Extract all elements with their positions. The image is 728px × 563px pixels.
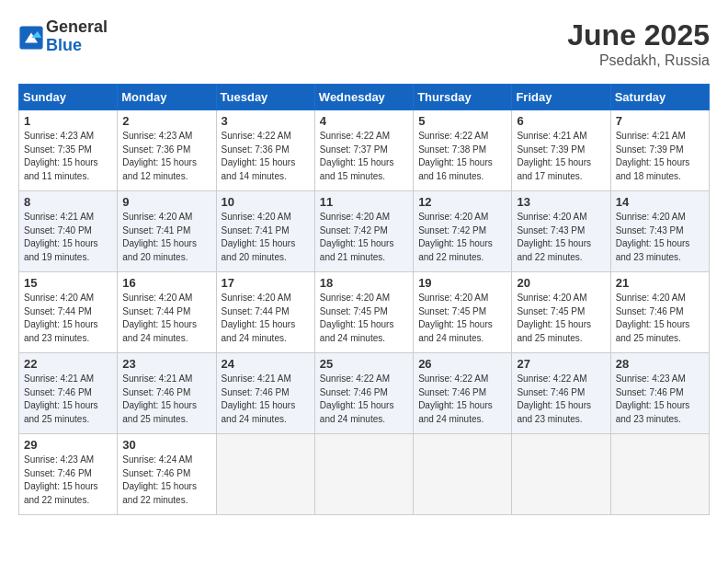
day-number: 8: [24, 195, 112, 209]
day-info: Sunrise: 4:20 AMSunset: 7:45 PMDaylight:…: [418, 292, 506, 345]
day-info: Sunrise: 4:20 AMSunset: 7:43 PMDaylight:…: [616, 211, 704, 264]
day-number: 7: [616, 114, 704, 128]
day-number: 20: [517, 276, 605, 290]
day-number: 22: [24, 357, 112, 371]
calendar-day-cell: 2 Sunrise: 4:23 AMSunset: 7:36 PMDayligh…: [118, 110, 216, 191]
day-number: 10: [222, 195, 310, 209]
day-number: 1: [24, 114, 112, 128]
weekday-header-tuesday: Tuesday: [216, 85, 314, 110]
day-info: Sunrise: 4:20 AMSunset: 7:45 PMDaylight:…: [320, 292, 408, 345]
day-number: 3: [222, 114, 310, 128]
calendar-day-cell: [512, 434, 610, 515]
calendar-table: SundayMondayTuesdayWednesdayThursdayFrid…: [18, 84, 710, 515]
calendar-day-cell: 24 Sunrise: 4:21 AMSunset: 7:46 PMDaylig…: [216, 353, 314, 434]
day-info: Sunrise: 4:21 AMSunset: 7:46 PMDaylight:…: [122, 373, 210, 426]
location-subtitle: Psedakh, Russia: [567, 52, 710, 69]
day-info: Sunrise: 4:20 AMSunset: 7:45 PMDaylight:…: [517, 292, 605, 345]
weekday-header-sunday: Sunday: [19, 85, 118, 110]
day-info: Sunrise: 4:23 AMSunset: 7:46 PMDaylight:…: [616, 373, 704, 426]
day-number: 5: [418, 114, 506, 128]
calendar-day-cell: 1 Sunrise: 4:23 AMSunset: 7:35 PMDayligh…: [19, 110, 118, 191]
calendar-day-cell: 9 Sunrise: 4:20 AMSunset: 7:41 PMDayligh…: [118, 191, 216, 272]
day-info: Sunrise: 4:22 AMSunset: 7:46 PMDaylight:…: [517, 373, 605, 426]
day-info: Sunrise: 4:24 AMSunset: 7:46 PMDaylight:…: [122, 454, 210, 507]
calendar-day-cell: [414, 434, 512, 515]
calendar-day-cell: 15 Sunrise: 4:20 AMSunset: 7:44 PMDaylig…: [19, 272, 118, 353]
calendar-day-cell: 16 Sunrise: 4:20 AMSunset: 7:44 PMDaylig…: [118, 272, 216, 353]
day-number: 29: [24, 438, 112, 452]
calendar-day-cell: [314, 434, 413, 515]
day-info: Sunrise: 4:22 AMSunset: 7:38 PMDaylight:…: [418, 130, 506, 183]
day-number: 30: [122, 438, 210, 452]
day-number: 6: [517, 114, 605, 128]
calendar-day-cell: 30 Sunrise: 4:24 AMSunset: 7:46 PMDaylig…: [118, 434, 216, 515]
weekday-header-monday: Monday: [118, 85, 216, 110]
calendar-day-cell: 5 Sunrise: 4:22 AMSunset: 7:38 PMDayligh…: [414, 110, 512, 191]
page-header: General Blue June 2025 Psedakh, Russia: [18, 18, 710, 69]
day-info: Sunrise: 4:22 AMSunset: 7:46 PMDaylight:…: [320, 373, 408, 426]
calendar-day-cell: 21 Sunrise: 4:20 AMSunset: 7:46 PMDaylig…: [610, 272, 709, 353]
calendar-week-row: 29 Sunrise: 4:23 AMSunset: 7:46 PMDaylig…: [19, 434, 710, 515]
day-number: 18: [320, 276, 408, 290]
day-info: Sunrise: 4:22 AMSunset: 7:46 PMDaylight:…: [418, 373, 506, 426]
day-info: Sunrise: 4:22 AMSunset: 7:36 PMDaylight:…: [222, 130, 310, 183]
weekday-header-friday: Friday: [512, 85, 610, 110]
day-info: Sunrise: 4:22 AMSunset: 7:37 PMDaylight:…: [320, 130, 408, 183]
day-number: 28: [616, 357, 704, 371]
weekday-header-wednesday: Wednesday: [314, 85, 413, 110]
day-number: 25: [320, 357, 408, 371]
day-number: 11: [320, 195, 408, 209]
calendar-day-cell: 3 Sunrise: 4:22 AMSunset: 7:36 PMDayligh…: [216, 110, 314, 191]
weekday-header-row: SundayMondayTuesdayWednesdayThursdayFrid…: [19, 85, 710, 110]
day-number: 4: [320, 114, 408, 128]
day-info: Sunrise: 4:21 AMSunset: 7:46 PMDaylight:…: [222, 373, 310, 426]
day-number: 9: [122, 195, 210, 209]
calendar-day-cell: 14 Sunrise: 4:20 AMSunset: 7:43 PMDaylig…: [610, 191, 709, 272]
day-info: Sunrise: 4:20 AMSunset: 7:44 PMDaylight:…: [24, 292, 112, 345]
day-number: 13: [517, 195, 605, 209]
day-info: Sunrise: 4:23 AMSunset: 7:35 PMDaylight:…: [24, 130, 112, 183]
day-number: 24: [222, 357, 310, 371]
calendar-day-cell: 19 Sunrise: 4:20 AMSunset: 7:45 PMDaylig…: [414, 272, 512, 353]
day-info: Sunrise: 4:20 AMSunset: 7:44 PMDaylight:…: [122, 292, 210, 345]
calendar-day-cell: 28 Sunrise: 4:23 AMSunset: 7:46 PMDaylig…: [610, 353, 709, 434]
calendar-day-cell: 13 Sunrise: 4:20 AMSunset: 7:43 PMDaylig…: [512, 191, 610, 272]
day-info: Sunrise: 4:20 AMSunset: 7:41 PMDaylight:…: [122, 211, 210, 264]
calendar-day-cell: 7 Sunrise: 4:21 AMSunset: 7:39 PMDayligh…: [610, 110, 709, 191]
day-info: Sunrise: 4:20 AMSunset: 7:46 PMDaylight:…: [616, 292, 704, 345]
calendar-week-row: 15 Sunrise: 4:20 AMSunset: 7:44 PMDaylig…: [19, 272, 710, 353]
day-info: Sunrise: 4:21 AMSunset: 7:40 PMDaylight:…: [24, 211, 112, 264]
title-block: June 2025 Psedakh, Russia: [567, 18, 710, 69]
calendar-day-cell: 12 Sunrise: 4:20 AMSunset: 7:42 PMDaylig…: [414, 191, 512, 272]
calendar-day-cell: 23 Sunrise: 4:21 AMSunset: 7:46 PMDaylig…: [118, 353, 216, 434]
calendar-day-cell: 22 Sunrise: 4:21 AMSunset: 7:46 PMDaylig…: [19, 353, 118, 434]
calendar-day-cell: [216, 434, 314, 515]
day-info: Sunrise: 4:20 AMSunset: 7:43 PMDaylight:…: [517, 211, 605, 264]
weekday-header-saturday: Saturday: [610, 85, 709, 110]
day-number: 27: [517, 357, 605, 371]
day-info: Sunrise: 4:23 AMSunset: 7:46 PMDaylight:…: [24, 454, 112, 507]
calendar-day-cell: 17 Sunrise: 4:20 AMSunset: 7:44 PMDaylig…: [216, 272, 314, 353]
day-info: Sunrise: 4:20 AMSunset: 7:44 PMDaylight:…: [222, 292, 310, 345]
logo-icon: [18, 25, 44, 51]
calendar-day-cell: 29 Sunrise: 4:23 AMSunset: 7:46 PMDaylig…: [19, 434, 118, 515]
logo: General Blue: [18, 18, 108, 55]
calendar-day-cell: 10 Sunrise: 4:20 AMSunset: 7:41 PMDaylig…: [216, 191, 314, 272]
calendar-week-row: 8 Sunrise: 4:21 AMSunset: 7:40 PMDayligh…: [19, 191, 710, 272]
calendar-day-cell: 25 Sunrise: 4:22 AMSunset: 7:46 PMDaylig…: [314, 353, 413, 434]
day-number: 14: [616, 195, 704, 209]
day-number: 21: [616, 276, 704, 290]
day-number: 17: [222, 276, 310, 290]
calendar-day-cell: [610, 434, 709, 515]
logo-general: General: [46, 18, 108, 37]
day-info: Sunrise: 4:23 AMSunset: 7:36 PMDaylight:…: [122, 130, 210, 183]
calendar-day-cell: 4 Sunrise: 4:22 AMSunset: 7:37 PMDayligh…: [314, 110, 413, 191]
day-info: Sunrise: 4:21 AMSunset: 7:46 PMDaylight:…: [24, 373, 112, 426]
logo-text: General Blue: [46, 18, 108, 55]
calendar-day-cell: 8 Sunrise: 4:21 AMSunset: 7:40 PMDayligh…: [19, 191, 118, 272]
calendar-week-row: 22 Sunrise: 4:21 AMSunset: 7:46 PMDaylig…: [19, 353, 710, 434]
day-info: Sunrise: 4:20 AMSunset: 7:42 PMDaylight:…: [418, 211, 506, 264]
day-number: 26: [418, 357, 506, 371]
month-year-title: June 2025: [567, 18, 710, 52]
day-info: Sunrise: 4:20 AMSunset: 7:42 PMDaylight:…: [320, 211, 408, 264]
